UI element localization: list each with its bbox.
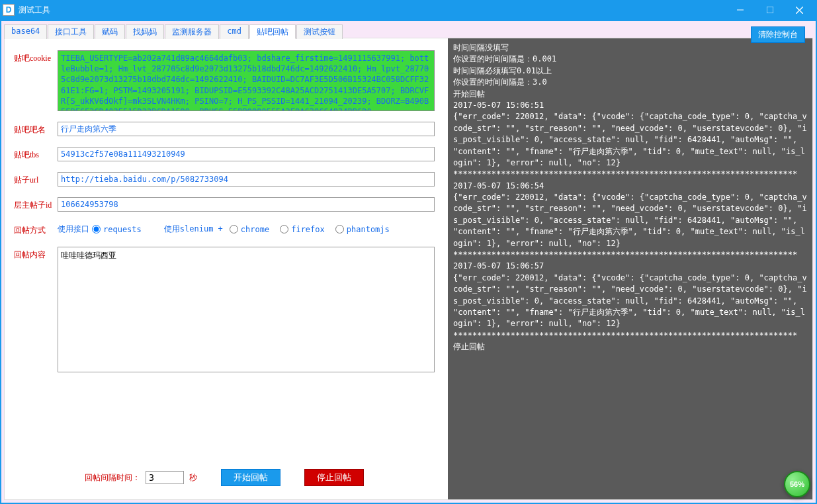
- content-input[interactable]: 哇哇哇德玛西亚: [58, 247, 435, 372]
- method-api-label: 使用接口: [58, 224, 89, 235]
- url-input[interactable]: [58, 172, 435, 187]
- radio-phantomjs[interactable]: phantomjs: [335, 225, 390, 234]
- tid-input[interactable]: [58, 197, 435, 212]
- tab-zhaomama[interactable]: 找妈妈: [126, 24, 164, 39]
- tab-base64[interactable]: base64: [4, 24, 47, 39]
- bar-name-label: 贴吧吧名: [14, 122, 58, 136]
- tbs-label: 贴吧tbs: [14, 147, 58, 161]
- tbs-input[interactable]: [58, 147, 435, 161]
- method-label: 回帖方式: [14, 222, 58, 236]
- svg-rect-1: [767, 7, 773, 13]
- clear-console-button[interactable]: 清除控制台: [751, 26, 805, 43]
- cookie-input[interactable]: TIEBA_USERTYPE=ab202a741d89ac4664dafb03;…: [58, 50, 435, 111]
- interval-input[interactable]: [146, 471, 184, 484]
- stop-button[interactable]: 停止回帖: [304, 469, 364, 486]
- interval-unit: 秒: [189, 472, 197, 483]
- cookie-label: 贴吧cookie: [14, 50, 58, 64]
- close-button[interactable]: [785, 0, 814, 20]
- tab-cmd[interactable]: cmd: [220, 24, 249, 39]
- form-panel: 贴吧cookie TIEBA_USERTYPE=ab202a741d89ac46…: [5, 38, 448, 499]
- method-selenium-label: 使用slenium +: [164, 224, 223, 235]
- panel-row: 贴吧cookie TIEBA_USERTYPE=ab202a741d89ac46…: [4, 38, 813, 500]
- url-label: 贴子url: [14, 172, 58, 186]
- app-window: D 测试工具 base64 接口工具 赋码 找妈妈 监测服务器 cmd 贴吧回帖…: [0, 0, 817, 504]
- progress-badge: 56%: [784, 471, 810, 497]
- window-title: 测试工具: [19, 5, 50, 16]
- app-icon: D: [3, 4, 15, 16]
- tabstrip: base64 接口工具 赋码 找妈妈 监测服务器 cmd 贴吧回帖 测试按钮: [4, 24, 813, 38]
- tab-test-button[interactable]: 测试按钮: [296, 24, 343, 39]
- bottom-controls: 回帖间隔时间： 秒 开始回帖 停止回帖: [14, 469, 435, 486]
- tab-interface[interactable]: 接口工具: [48, 24, 94, 39]
- tid-label: 层主帖子id: [14, 197, 58, 211]
- titlebar: D 测试工具: [0, 0, 817, 20]
- tab-fuma[interactable]: 赋码: [95, 24, 125, 39]
- tab-tieba[interactable]: 贴吧回帖: [249, 24, 296, 39]
- tab-monitor[interactable]: 监测服务器: [165, 24, 219, 39]
- radio-chrome[interactable]: chrome: [230, 225, 269, 234]
- content-area: base64 接口工具 赋码 找妈妈 监测服务器 cmd 贴吧回帖 测试按钮 清…: [1, 21, 816, 503]
- radio-requests[interactable]: requests: [92, 225, 142, 234]
- console-output[interactable]: 时间间隔没填写 你设置的时间间隔是：0.001 时间间隔必须填写0.01以上 你…: [448, 38, 812, 499]
- content-label: 回帖内容: [14, 247, 58, 261]
- radio-firefox[interactable]: firefox: [280, 225, 325, 234]
- interval-label: 回帖间隔时间：: [85, 472, 140, 483]
- minimize-button[interactable]: [725, 0, 755, 20]
- bar-name-input[interactable]: [58, 122, 435, 136]
- start-button[interactable]: 开始回帖: [221, 469, 280, 486]
- maximize-button[interactable]: [755, 0, 785, 20]
